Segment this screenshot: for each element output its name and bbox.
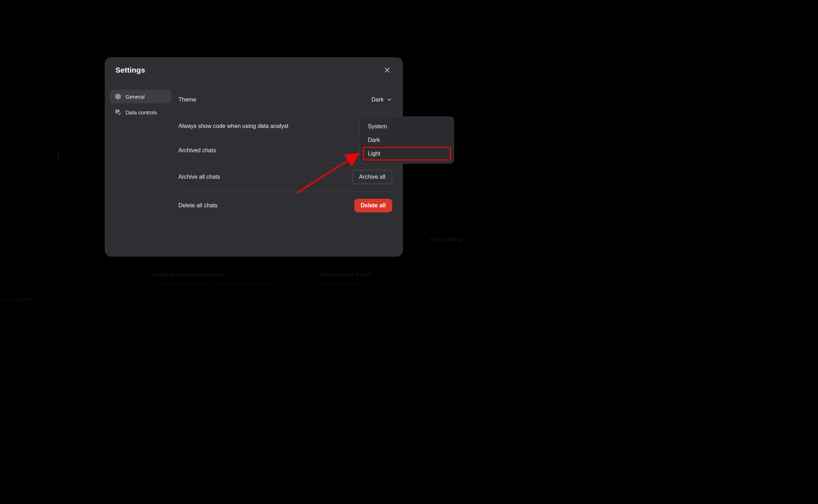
row-archive-all: Archive all chats Archive all <box>178 163 392 192</box>
row-label: Always show code when using data analyst <box>178 123 289 129</box>
theme-select[interactable]: Dark <box>371 97 392 103</box>
data-icon <box>115 109 121 115</box>
gear-icon <box>115 93 121 100</box>
svg-point-2 <box>117 96 119 98</box>
theme-option-system[interactable]: System <box>363 120 451 133</box>
theme-dropdown: System Dark Light <box>360 117 454 164</box>
delete-all-button[interactable]: Delete all <box>354 199 392 212</box>
settings-modal: Settings General <box>105 57 403 257</box>
bg-card-codenames: Suggest some codenames for a project int… <box>143 264 304 292</box>
sidebar-item-label: Data controls <box>125 109 157 115</box>
sidebar-item-data-controls[interactable]: Data controls <box>110 105 171 119</box>
row-label: Archived chats <box>178 147 216 154</box>
theme-option-dark[interactable]: Dark <box>363 133 451 147</box>
theme-option-light[interactable]: Light <box>363 147 451 160</box>
bg-card-title: Recommend a dish <box>319 271 462 278</box>
row-label: Theme <box>178 97 196 103</box>
row-label: Archive all chats <box>178 174 220 180</box>
row-label: Delete all chats <box>178 202 217 209</box>
chevron-down-icon <box>386 97 392 103</box>
modal-body: General Data controls Theme Dark <box>105 83 403 257</box>
text-caret <box>58 152 59 161</box>
settings-panel: Theme Dark Always show code when using d… <box>176 90 403 257</box>
svg-point-3 <box>116 110 119 111</box>
settings-sidebar: General Data controls <box>105 90 176 257</box>
close-icon <box>384 66 391 74</box>
row-delete-all: Delete all chats Delete all <box>178 192 392 219</box>
sidebar-item-label: General <box>125 94 144 100</box>
modal-header: Settings <box>105 57 403 83</box>
sidebar-item-general[interactable]: General <box>110 90 171 103</box>
background-footer-text: L·E, and more <box>1 296 33 302</box>
archive-all-button[interactable]: Archive all <box>352 170 392 184</box>
close-button[interactable] <box>382 65 392 75</box>
bg-card-recommend-dish: Recommend a dish to bring to a potluck <box>310 264 471 292</box>
bg-card-sub: to bring to a potluck <box>319 280 462 286</box>
row-theme: Theme Dark <box>178 90 392 114</box>
modal-title: Settings <box>115 66 145 74</box>
bg-card-sub: for a project introducing flexible work … <box>152 280 295 286</box>
theme-select-value: Dark <box>371 97 384 103</box>
bg-card-title: Suggest some codenames <box>152 271 295 278</box>
